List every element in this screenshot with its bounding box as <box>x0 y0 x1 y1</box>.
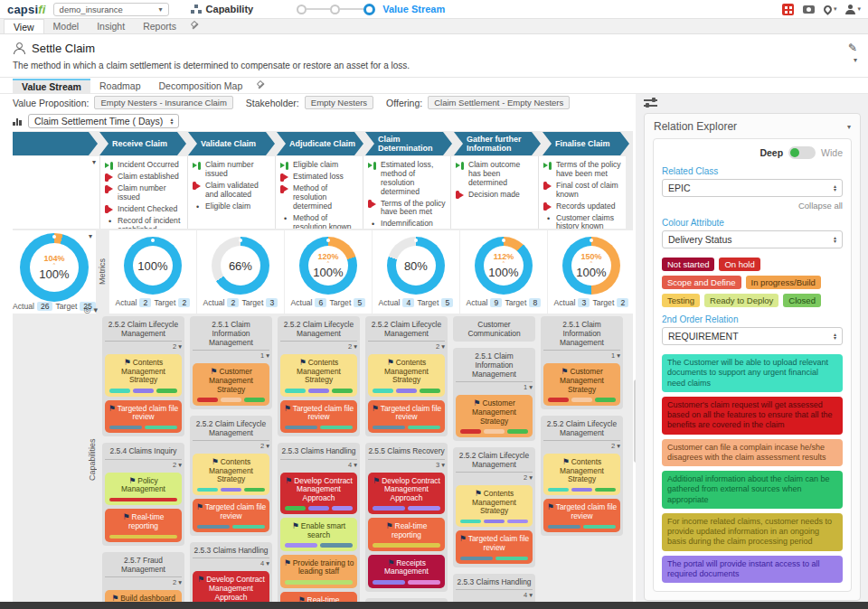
edit-icon[interactable]: ✎ <box>848 42 857 54</box>
capability-group-count[interactable]: 3 ▾ <box>368 459 445 469</box>
capability-group-count[interactable]: 1 ▾ <box>456 381 533 391</box>
capability-group[interactable]: 2.5.3 Claims Handling4 ▾⚑Develop Contrac… <box>190 542 272 602</box>
capability-group-count[interactable]: 2 ▾ <box>193 440 269 450</box>
capability-group-count[interactable]: 1 ▾ <box>193 350 269 360</box>
epic-card[interactable]: ⚑Targeted claim file review <box>193 499 269 532</box>
epic-card[interactable]: ⚑Contents Management Strategy <box>193 454 269 495</box>
status-chip-on-hold[interactable]: On hold <box>719 258 760 271</box>
epic-card[interactable]: ⚑Contents Management Strategy <box>368 354 445 396</box>
chevron-down-icon[interactable]: ▾ <box>92 158 96 166</box>
camera-icon[interactable] <box>803 5 815 14</box>
user-icon[interactable] <box>845 5 855 14</box>
stage-arrow-receive-claim[interactable]: Receive Claim <box>99 132 186 155</box>
chevron-down-icon[interactable]: ▾ <box>847 123 851 131</box>
settings-sliders-icon[interactable] <box>644 98 657 108</box>
colour-attribute-select[interactable]: Delivery Status ▴▾ <box>662 230 843 248</box>
metric-donut[interactable]: 100% <box>124 237 182 295</box>
nav-tab-insight[interactable]: Insight <box>88 19 134 33</box>
epic-card[interactable]: ⚑Targeted claim file review <box>368 400 445 434</box>
epic-card[interactable]: ⚑Policy Management <box>105 473 182 506</box>
workspace-select[interactable]: demo_insurance ▾ <box>53 3 169 16</box>
capability-group-count[interactable]: 4 ▾ <box>193 557 269 567</box>
nav-tab-model[interactable]: Model <box>44 19 89 33</box>
epic-card[interactable]: ⚑Provide training to leading staff <box>280 555 357 588</box>
epic-card[interactable]: ⚑Targeted claim file review <box>456 530 533 564</box>
collapse-all-link[interactable]: Collapse all <box>662 201 843 211</box>
capability-group-count[interactable]: 4 ▾ <box>280 459 357 469</box>
epic-card[interactable]: ⚑Contents Management Strategy <box>105 354 182 396</box>
metric-donut[interactable]: 104%^100% <box>20 233 89 302</box>
requirement-bar[interactable]: Additional information about the claim c… <box>662 471 843 509</box>
second-order-relation-select[interactable]: REQUIREMENT ▴▾ <box>662 327 843 345</box>
capability-group[interactable]: 2.5.2 Claim Lifecycle Management2 ▾⚑Cont… <box>102 316 184 436</box>
epic-card[interactable]: ⚑Develop Contract Management Approach <box>368 473 445 514</box>
metric-donut[interactable]: 120%^100% <box>299 237 357 295</box>
status-chip-closed[interactable]: Closed <box>783 294 821 307</box>
epic-card[interactable]: ⚑Customer Management Strategy <box>456 395 533 436</box>
capability-group-count[interactable]: 2 ▾ <box>105 459 182 469</box>
stage-arrow-adjudicate-claim[interactable]: Adjudicate Claim <box>277 132 363 155</box>
capability-group[interactable]: 2.5.2 Claim Lifecycle Management2 ▾⚑Cont… <box>190 416 272 536</box>
capability-group[interactable]: 2.5.3 Claims Handling4 ▾⚑Develop Contrac… <box>453 574 535 602</box>
requirement-bar[interactable]: The Customer will be able to upload rele… <box>662 354 843 392</box>
target-circle-icon[interactable]: ◎ <box>84 305 91 314</box>
status-chip-scope-and-define[interactable]: Scope and Define <box>662 276 741 289</box>
epic-card[interactable]: ⚑Targeted claim file review <box>543 499 620 532</box>
epic-card[interactable]: ⚑Customer Management Strategy <box>193 363 269 405</box>
pin-icon[interactable] <box>257 81 266 90</box>
epic-card[interactable]: ⚑Real-time reporting <box>105 509 182 542</box>
capability-group[interactable]: 2.5.1 Claim Information Management1 ▾⚑Cu… <box>453 348 535 441</box>
capability-group[interactable]: 2.5.3 Claims Handling4 ▾⚑Develop Contrac… <box>278 443 360 602</box>
status-chip-ready-to-deploy[interactable]: Ready to Deploy <box>704 294 778 307</box>
epic-card[interactable]: ⚑Contents Management Strategy <box>456 485 533 527</box>
pin-icon[interactable] <box>191 22 200 31</box>
status-chip-in-progress-build[interactable]: In progress/Build <box>746 276 821 289</box>
epic-card[interactable]: ⚑Targeted claim file review <box>280 400 357 434</box>
epic-card[interactable]: ⚑Receipts Management <box>368 555 445 588</box>
epic-card[interactable]: ⚑Targeted claim file review <box>105 400 182 434</box>
epic-card[interactable]: ⚑Real-time reporting <box>368 518 445 551</box>
capability-group[interactable]: 2.5.2 Claim Lifecycle Management2 ▾⚑Cont… <box>453 447 535 567</box>
chevron-down-icon[interactable]: ▾ <box>93 305 98 314</box>
requirement-bar[interactable]: Customer can file a complain incase he/s… <box>662 439 843 467</box>
capability-group[interactable]: 2.5.1 Claim Information Management1 ▾⚑Cu… <box>541 316 623 409</box>
breadcrumb-stepper[interactable]: Value Stream <box>297 4 445 15</box>
chevron-down-icon[interactable]: ▾ <box>89 232 92 240</box>
view-tab-value-stream[interactable]: Value Stream <box>13 79 90 93</box>
capability-group[interactable]: 2.5.2 Claim Lifecycle Management2 ▾⚑Cont… <box>365 316 448 436</box>
chevron-down-icon[interactable]: ▾ <box>854 56 857 64</box>
requirement-bar[interactable]: Customer's claim request will get assess… <box>662 397 843 435</box>
requirement-bar[interactable]: For income related claims, customer need… <box>662 513 843 551</box>
nav-tab-view[interactable]: View <box>4 19 44 33</box>
status-chip-testing[interactable]: Testing <box>662 294 700 307</box>
metric-donut[interactable]: 112%^100% <box>475 237 533 295</box>
capability-group-count[interactable]: 4 ▾ <box>456 589 533 599</box>
capability-group[interactable]: 2.5.2 Claim Lifecycle Management2 ▾⚑Cont… <box>541 416 623 536</box>
metric-select[interactable]: Claim Settlement Time ( Days) ▴▾ <box>28 114 179 128</box>
epic-card[interactable]: ⚑Develop Contract Management Approach <box>193 571 269 602</box>
capability-group-count[interactable]: 2 ▾ <box>105 341 182 351</box>
status-chip-not-started[interactable]: Not started <box>662 258 714 271</box>
stage-arrow-finalise-claim[interactable]: Finalise Claim <box>542 132 629 155</box>
stage-arrow-claim-determination[interactable]: Claim Determination <box>365 132 452 155</box>
location-icon[interactable] <box>822 4 834 15</box>
metric-donut[interactable]: 66% <box>212 237 269 295</box>
metric-donut[interactable]: 80% <box>387 237 445 295</box>
capability-group-count[interactable]: 2 ▾ <box>105 576 182 586</box>
step-dot-active[interactable] <box>363 4 375 15</box>
stakeholder-chip[interactable]: Empty Nesters <box>305 96 373 109</box>
capability-group-count[interactable]: 2 ▾ <box>543 440 620 450</box>
epic-card[interactable]: ⚑Customer Management Strategy <box>543 363 620 405</box>
stage-arrow-gather-further-information[interactable]: Gather further Information <box>454 132 541 155</box>
capability-group-count[interactable]: 2 ▾ <box>280 341 357 351</box>
nav-tab-reports[interactable]: Reports <box>134 19 185 33</box>
offering-chip[interactable]: Claim Settlement - Empty Nesters <box>428 96 570 109</box>
capability-mode[interactable]: Capability <box>191 4 254 14</box>
epic-card[interactable]: ⚑Enable smart search <box>280 518 357 551</box>
view-tab-decomposition-map[interactable]: Decomposition Map <box>149 79 251 93</box>
epic-card[interactable]: ⚑Real-time reporting <box>280 592 357 602</box>
epic-card[interactable]: ⚑Develop Contract Management Approach <box>280 473 357 514</box>
capability-group-count[interactable]: 2 ▾ <box>456 472 533 482</box>
capability-group[interactable]: 2.5.2 Claim Lifecycle Management2 ▾⚑Cont… <box>278 316 360 436</box>
stage-arrow-validate-claim[interactable]: Validate Claim <box>188 132 275 155</box>
